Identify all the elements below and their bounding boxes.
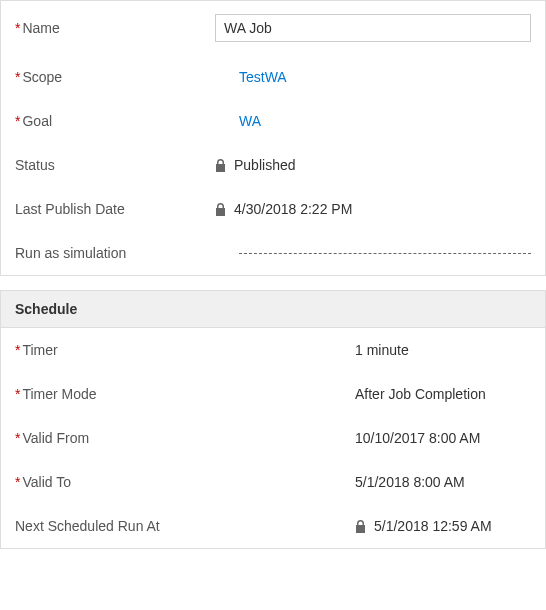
last-publish-value: 4/30/2018 2:22 PM <box>234 201 352 217</box>
label-next-run: Next Scheduled Run At <box>15 518 355 534</box>
lock-icon <box>215 203 226 216</box>
field-row-goal: *Goal WA <box>1 99 545 143</box>
field-row-last-publish: Last Publish Date 4/30/2018 2:22 PM <box>1 187 545 231</box>
label-last-publish: Last Publish Date <box>15 201 215 217</box>
field-row-status: Status Published <box>1 143 545 187</box>
scope-link[interactable]: TestWA <box>239 69 287 85</box>
next-run-value: 5/1/2018 12:59 AM <box>374 518 492 534</box>
label-valid-from: *Valid From <box>15 430 355 446</box>
valid-to-value: 5/1/2018 8:00 AM <box>355 474 465 490</box>
timer-value: 1 minute <box>355 342 409 358</box>
goal-link[interactable]: WA <box>239 113 261 129</box>
label-timer: *Timer <box>15 342 355 358</box>
timer-mode-value: After Job Completion <box>355 386 486 402</box>
name-input[interactable] <box>215 14 531 42</box>
valid-from-value: 10/10/2017 8:00 AM <box>355 430 480 446</box>
field-row-scope: *Scope TestWA <box>1 55 545 99</box>
schedule-header: Schedule <box>1 291 545 328</box>
schedule-panel: Schedule *Timer 1 minute *Timer Mode Aft… <box>0 290 546 549</box>
lock-icon <box>355 520 366 533</box>
label-timer-mode: *Timer Mode <box>15 386 355 402</box>
field-row-name: *Name <box>1 1 545 55</box>
label-name: *Name <box>15 20 215 36</box>
status-value: Published <box>234 157 296 173</box>
label-goal: *Goal <box>15 113 215 129</box>
details-panel: *Name *Scope TestWA *Goal WA Status Publ… <box>0 0 546 276</box>
label-run-as-simulation: Run as simulation <box>15 245 215 261</box>
dashed-divider <box>239 253 531 254</box>
field-row-run-as-simulation: Run as simulation <box>1 231 545 275</box>
label-valid-to: *Valid To <box>15 474 355 490</box>
field-row-valid-from: *Valid From 10/10/2017 8:00 AM <box>1 416 545 460</box>
field-row-next-run: Next Scheduled Run At 5/1/2018 12:59 AM <box>1 504 545 548</box>
field-row-timer: *Timer 1 minute <box>1 328 545 372</box>
label-status: Status <box>15 157 215 173</box>
label-scope: *Scope <box>15 69 215 85</box>
field-row-valid-to: *Valid To 5/1/2018 8:00 AM <box>1 460 545 504</box>
lock-icon <box>215 159 226 172</box>
field-row-timer-mode: *Timer Mode After Job Completion <box>1 372 545 416</box>
